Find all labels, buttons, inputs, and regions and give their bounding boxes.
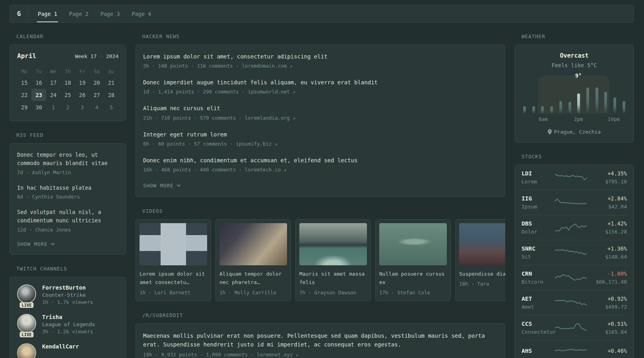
calendar-day: 18 [60, 76, 75, 89]
calendar-day: 20 [89, 76, 104, 89]
hn-meta-text[interactable]: 16h · 468 points · 440 comments · loremt… [143, 167, 281, 173]
calendar-day: 19 [75, 76, 89, 89]
external-link-icon: ↗ [296, 352, 299, 358]
channel-avatar [17, 314, 36, 333]
weather-bar [559, 101, 562, 114]
stock-row: AHS +0.46% [522, 340, 627, 358]
stock-price: $66,171.48 [589, 279, 627, 285]
rss-item-title[interactable]: Donec tempor eros leo, ut commodo mauris… [17, 151, 118, 168]
twitch-channel-row[interactable]: LIVE KendallCarr [17, 343, 118, 358]
rss-widget: RSS FEED Donec tempor eros leo, ut commo… [10, 132, 126, 255]
video-thumbnail[interactable] [299, 223, 367, 265]
video-title[interactable]: Lorem ipsum dolor sit amet consectetu… [140, 270, 207, 287]
hn-show-more-button[interactable]: SHOW MORE [143, 183, 498, 189]
rss-item-title[interactable]: Sed volutpat nulla nisl, a condimentum n… [17, 208, 118, 225]
hn-meta-text[interactable]: 3h · 148 points · 116 comments · loremdo… [143, 63, 287, 69]
calendar-week-label: Week 17 [75, 53, 97, 59]
external-link-icon: ↗ [275, 142, 277, 147]
channel-name[interactable]: ForrestBurton [42, 284, 93, 291]
video-card[interactable]: Aliquam tempor dolor nec pharetra… 1h · … [215, 219, 291, 301]
weather-bar [623, 101, 625, 114]
video-meta: 7h · Grayson Dawson [299, 290, 367, 296]
weekday-label: Sa [89, 67, 104, 76]
stock-price: $499.72 [589, 304, 627, 310]
hn-item-title[interactable]: Donec enim nibh, condimentum et accumsan… [143, 157, 498, 164]
video-card[interactable]: Mauris sit amet massa felis 7h · Grayson… [295, 219, 371, 301]
app-logo[interactable]: G [10, 5, 28, 22]
channel-avatar [17, 284, 36, 304]
calendar-week-year: Week 17 · 2024 [75, 53, 118, 59]
external-link-icon: ↗ [293, 90, 295, 95]
video-title[interactable]: Suspendisse diam [459, 270, 505, 278]
stock-price: $42.04 [589, 204, 627, 210]
rss-item-title[interactable]: In hac habitasse platea [17, 184, 118, 192]
calendar-day-next-month: 4 [89, 101, 104, 113]
tab-page-1[interactable]: Page 1 [37, 5, 58, 22]
hn-item-title[interactable]: Donec imperdiet augue tincidunt felis al… [143, 79, 498, 86]
twitch-card: LIVE ForrestBurton Counter-Strike 1h · 1… [10, 277, 126, 358]
video-thumbnail[interactable] [140, 223, 207, 265]
weekday-label: We [46, 67, 60, 76]
channel-name[interactable]: KendallCarr [42, 343, 79, 350]
channel-name[interactable]: Trisha [42, 314, 95, 320]
calendar-year: 2024 [106, 53, 118, 59]
tab-page-4[interactable]: Page 4 [131, 5, 152, 22]
tab-page-2[interactable]: Page 2 [68, 5, 89, 22]
stock-change: +1.36% [589, 245, 627, 252]
calendar-day: 30 [31, 101, 46, 113]
video-meta: 1h · Lori Barnett [140, 290, 207, 296]
weather-chart-bars [522, 82, 626, 114]
video-thumbnail[interactable] [379, 223, 447, 265]
stock-name: Sit [522, 254, 553, 260]
calendar-month: April [17, 52, 36, 60]
current-temperature-label: 9° [575, 72, 582, 79]
calendar-separator: · [100, 53, 103, 59]
stock-sparkline [555, 272, 587, 284]
channel-meta: 3h · 1.2k viewers [42, 329, 95, 335]
hn-meta-text[interactable]: 21h · 710 points · 579 comments · loreml… [143, 115, 290, 121]
stocks-card: LDILorem +4.35%$795.18 IIGIpsum +2.84%$4… [515, 165, 634, 358]
weekday-label: Su [104, 67, 118, 76]
rss-item-meta: 8d · Cynthia Saunders [17, 194, 118, 200]
stock-change: +0.92% [589, 296, 627, 302]
weather-bar [568, 102, 571, 114]
calendar-day: 22 [17, 89, 31, 101]
stock-change: +1.42% [589, 220, 627, 227]
video-card[interactable]: Lorem ipsum dolor sit amet consectetu… 1… [136, 219, 211, 301]
stock-row: IIGIpsum +2.84%$42.04 [522, 190, 627, 215]
hn-item: Lorem ipsum dolor sit amet, consectetur … [143, 53, 498, 69]
stock-row: DBSDolor +1.42%$156.28 [522, 215, 627, 240]
time-label: 6am [539, 116, 548, 122]
tab-page-3[interactable]: Page 3 [100, 5, 121, 22]
hn-meta-text[interactable]: 6h · 60 points · 57 comments · ipsumify.… [143, 141, 272, 147]
twitch-channel-row[interactable]: LIVE Trisha League of Legends 3h · 1.2k … [17, 314, 118, 335]
reddit-meta-text[interactable]: 19h · 9,932 points · 1,090 comments · lo… [143, 352, 293, 358]
hn-item-meta: 21h · 710 points · 579 comments · loreml… [143, 115, 498, 121]
rss-show-more-button[interactable]: SHOW MORE [17, 241, 118, 247]
rss-item-meta: 12d · Chance Jones [17, 227, 118, 233]
stock-sparkline [555, 322, 587, 334]
hn-item-title[interactable]: Integer eget rutrum lorem [143, 131, 498, 138]
video-title[interactable]: Aliquam tempor dolor nec pharetra… [219, 270, 287, 287]
weather-location: Prague, Czechia [522, 129, 626, 135]
reddit-post-title[interactable]: Maecenas mollis pulvinar erat non posuer… [143, 332, 498, 349]
video-meta: 1h · Molly Carrillo [219, 290, 287, 296]
calendar-day: 15 [17, 76, 31, 89]
stock-sparkline [555, 297, 587, 309]
video-card[interactable]: Suspendisse diam 18h · Tara [455, 219, 505, 301]
twitch-section-title: TWITCH CHANNELS [16, 266, 126, 272]
subreddit-widget: /R/SUBREDDIT Maecenas mollis pulvinar er… [136, 312, 505, 358]
video-thumbnail[interactable] [219, 223, 287, 265]
video-title[interactable]: Nullam posuere cursus ex [379, 270, 447, 287]
hn-item-title[interactable]: Lorem ipsum dolor sit amet, consectetur … [143, 53, 498, 60]
video-title[interactable]: Mauris sit amet massa felis [299, 270, 367, 287]
hn-item-meta: 16h · 468 points · 440 comments · loremt… [143, 167, 498, 173]
hn-item-title[interactable]: Aliquam nec cursus elit [143, 105, 498, 112]
video-thumbnail[interactable] [459, 223, 505, 265]
twitch-channel-row[interactable]: LIVE ForrestBurton Counter-Strike 1h · 1… [17, 284, 118, 305]
calendar-section-title: CALENDAR [16, 33, 126, 39]
hn-meta-text[interactable]: 1d · 1,414 points · 299 comments · ipsum… [143, 89, 290, 95]
video-card[interactable]: Nullam posuere cursus ex 17h · Stefan Co… [375, 219, 451, 301]
page-tabs: Page 1 Page 2 Page 3 Page 4 [28, 5, 152, 22]
stock-change: -1.00% [589, 270, 627, 277]
